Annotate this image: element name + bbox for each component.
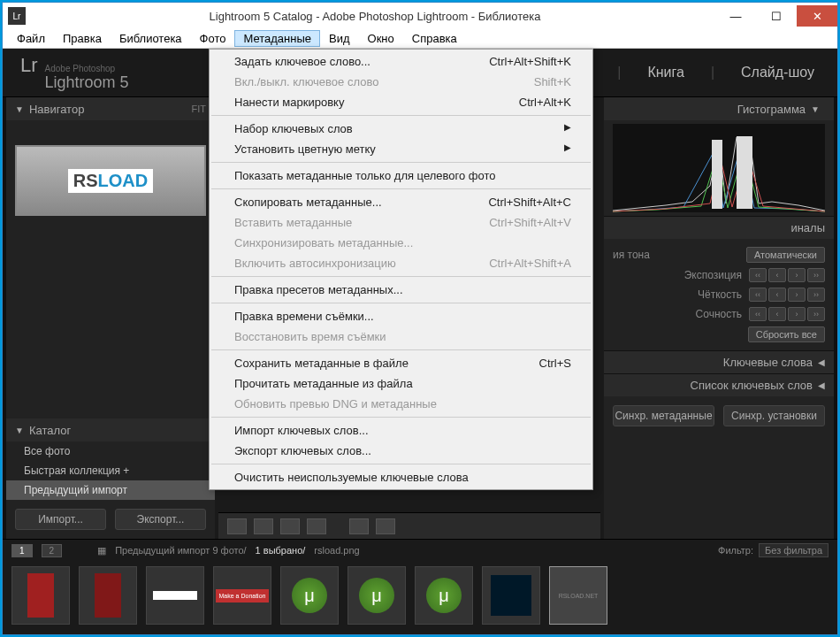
maximize-button[interactable]: ☐ [756, 5, 797, 27]
sort-icon[interactable] [376, 518, 395, 534]
close-button[interactable]: ✕ [797, 5, 837, 27]
menu-item[interactable]: Задать ключевое слово...Ctrl+Alt+Shift+K [210, 51, 592, 72]
sync-settings-button[interactable]: Синхр. установки [723, 405, 825, 426]
menu-item[interactable]: Очистить неиспользуемые ключевые слова [210, 467, 592, 487]
logo-main: Lightroom 5 [45, 73, 129, 92]
menu-help[interactable]: Справка [403, 30, 466, 47]
exposure-inc[interactable]: › [788, 268, 806, 282]
clarity-inc2[interactable]: ›› [807, 288, 825, 302]
survey-view-icon[interactable] [307, 518, 326, 534]
reset-all-button[interactable]: Сбросить все [748, 326, 825, 342]
menu-item: Обновить превью DNG и метаданные [210, 394, 592, 414]
monitor-2-tab[interactable]: 2 [42, 544, 63, 557]
menu-item[interactable]: Сохранить метаданные в файлеCtrl+S [210, 353, 592, 373]
menu-item[interactable]: Установить цветную метку▶ [210, 139, 592, 159]
clarity-dec[interactable]: ‹ [768, 288, 786, 302]
chevron-left-icon: ◀ [818, 380, 825, 390]
logo: Lr Adobe Photoshop Lightroom 5 [20, 54, 129, 92]
menu-metadata[interactable]: Метаданные [234, 30, 320, 47]
svg-rect-1 [737, 136, 752, 209]
menu-item[interactable]: Правка пресетов метаданных... [210, 280, 592, 300]
menu-item: Вкл./выкл. ключевое словоShift+K [210, 72, 592, 92]
titlebar: Lr Lightroom 5 Catalog - Adobe Photoshop… [3, 3, 837, 29]
grid-icon[interactable]: ▦ [97, 545, 106, 556]
thumb-9[interactable]: RSLOAD.NET [549, 566, 607, 625]
menu-item[interactable]: Нанести маркировкуCtrl+Alt+K [210, 92, 592, 112]
menu-item[interactable]: Набор ключевых слов▶ [210, 119, 592, 139]
loupe-view-icon[interactable] [254, 518, 273, 534]
sat-dec2[interactable]: ‹‹ [749, 307, 767, 321]
saturation-label: Сочность [696, 308, 742, 320]
app-icon: Lr [8, 7, 26, 25]
filmstrip-filename: rsload.png [314, 545, 359, 556]
exposure-dec2[interactable]: ‹‹ [749, 268, 767, 282]
logo-mark: Lr [20, 54, 38, 77]
menu-window[interactable]: Окно [359, 30, 403, 47]
thumb-5[interactable]: μ [280, 566, 339, 625]
keywords-header[interactable]: Ключевые слова◀ [604, 350, 834, 373]
catalog-previous-import[interactable]: Предыдущий импорт [6, 480, 215, 500]
catalog-header[interactable]: ▼ Каталог [6, 418, 215, 441]
chevron-down-icon: ▼ [15, 426, 24, 435]
exposure-inc2[interactable]: ›› [807, 268, 825, 282]
chevron-down-icon: ▼ [811, 104, 820, 114]
auto-tone-button[interactable]: Атоматически [746, 247, 825, 263]
histogram-header[interactable]: Гистограмма ▼ [604, 97, 834, 120]
thumb-7[interactable]: μ [415, 566, 473, 625]
catalog-quick-collection[interactable]: Быстрая коллекция + [6, 461, 215, 480]
minimize-button[interactable]: — [715, 5, 756, 27]
menu-item[interactable]: Правка времени съёмки... [210, 306, 592, 326]
tone-label: ия тона [613, 249, 650, 261]
menu-item[interactable]: Прочитать метаданные из файла [210, 373, 592, 394]
metadata-dropdown: Задать ключевое слово...Ctrl+Alt+Shift+K… [209, 49, 593, 490]
menu-item[interactable]: Скопировать метаданные...Ctrl+Shift+Alt+… [210, 192, 592, 212]
navigator-preview[interactable]: RSLOAD [15, 145, 206, 216]
export-button[interactable]: Экспорт... [115, 509, 206, 530]
histogram-title: Гистограмма [737, 103, 806, 116]
monitor-1-tab[interactable]: 1 [11, 544, 33, 557]
sat-inc2[interactable]: ›› [807, 307, 825, 321]
exposure-dec[interactable]: ‹ [768, 268, 786, 282]
menu-edit[interactable]: Правка [54, 30, 111, 47]
originals-row: иналы [604, 216, 834, 239]
menu-item: Восстановить время съёмки [210, 326, 592, 347]
menu-item[interactable]: Импорт ключевых слов... [210, 420, 592, 441]
keyword-list-header[interactable]: Список ключевых слов◀ [604, 373, 834, 396]
compare-view-icon[interactable] [280, 518, 300, 534]
module-slideshow[interactable]: Слайд-шоу [736, 65, 820, 81]
thumb-3[interactable] [146, 566, 204, 625]
grid-view-icon[interactable] [227, 518, 247, 534]
menu-library[interactable]: Библиотека [111, 30, 191, 47]
thumb-2[interactable] [79, 566, 137, 625]
navigator-header[interactable]: ▼ Навигатор FIT [6, 97, 215, 120]
painter-icon[interactable] [349, 518, 369, 534]
menubar: Файл Правка Библиотека Фото Метаданные В… [3, 29, 837, 49]
catalog-all-photos[interactable]: Все фото [6, 441, 215, 461]
sat-dec[interactable]: ‹ [768, 307, 786, 321]
logo-sub: Adobe Photoshop [45, 64, 129, 73]
toolbar [218, 512, 600, 539]
window-title: Lightroom 5 Catalog - Adobe Photoshop Li… [34, 10, 715, 23]
menu-file[interactable]: Файл [8, 30, 54, 47]
clarity-inc[interactable]: › [788, 288, 806, 302]
clarity-dec2[interactable]: ‹‹ [749, 288, 767, 302]
menu-photo[interactable]: Фото [191, 30, 235, 47]
menu-item[interactable]: Показать метаданные только для целевого … [210, 165, 592, 186]
sync-metadata-button[interactable]: Синхр. метаданные [613, 405, 714, 426]
thumb-4[interactable]: Make a Donation [213, 566, 271, 625]
menu-item: Вставить метаданныеCtrl+Shift+Alt+V [210, 212, 592, 233]
module-book[interactable]: Книга [642, 65, 689, 81]
thumb-1[interactable] [11, 566, 70, 625]
thumb-6[interactable]: μ [347, 566, 406, 625]
catalog-title: Каталог [29, 424, 71, 437]
menu-view[interactable]: Вид [320, 30, 359, 47]
navigator-mode[interactable]: FIT [192, 104, 207, 114]
app-window: Lr Lightroom 5 Catalog - Adobe Photoshop… [2, 2, 838, 635]
import-button[interactable]: Импорт... [15, 509, 106, 530]
thumb-8[interactable] [482, 566, 540, 625]
menu-item[interactable]: Экспорт ключевых слов... [210, 441, 592, 461]
filter-select[interactable]: Без фильтра [759, 543, 829, 557]
histogram[interactable] [613, 124, 825, 212]
menu-item: Синхронизировать метаданные... [210, 233, 592, 253]
sat-inc[interactable]: › [788, 307, 806, 321]
